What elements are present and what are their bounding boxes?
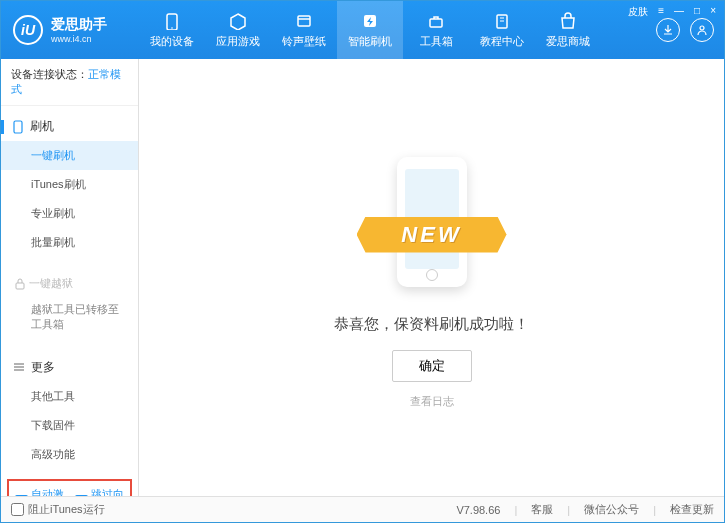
nav-tab-0[interactable]: 我的设备	[139, 1, 205, 59]
phone-icon	[162, 11, 182, 31]
nav-tabs: 我的设备应用游戏铃声壁纸智能刷机工具箱教程中心爱思商城	[139, 1, 656, 59]
download-button[interactable]	[656, 18, 680, 42]
main-content: NEW 恭喜您，保资料刷机成功啦！ 确定 查看日志	[139, 59, 724, 496]
ok-button[interactable]: 确定	[392, 350, 472, 382]
svg-rect-2	[298, 16, 310, 26]
footer: 阻止iTunes运行 V7.98.66 | 客服 | 微信公众号 | 检查更新	[1, 496, 724, 522]
wechat-link[interactable]: 微信公众号	[584, 502, 639, 517]
apps-icon	[228, 11, 248, 31]
window-controls: 皮肤 ≡ — □ ×	[626, 5, 718, 19]
skip-guide-checkbox[interactable]: 跳过向导	[75, 487, 125, 496]
nav-tab-4[interactable]: 工具箱	[403, 1, 469, 59]
user-button[interactable]	[690, 18, 714, 42]
sidebar-more-section: 更多 其他工具下载固件高级功能	[1, 347, 138, 475]
nav-tab-label: 应用游戏	[216, 34, 260, 49]
success-illustration: NEW	[352, 147, 512, 297]
nav-tab-6[interactable]: 爱思商城	[535, 1, 601, 59]
nav-tab-label: 智能刷机	[348, 34, 392, 49]
sidebar-flash-item-0[interactable]: 一键刷机	[1, 141, 138, 170]
sidebar-more-header[interactable]: 更多	[1, 353, 138, 382]
minimize-button[interactable]: —	[672, 5, 686, 19]
connection-status: 设备连接状态：正常模式	[1, 59, 138, 106]
close-button[interactable]: ×	[708, 5, 718, 19]
flash-icon	[360, 11, 380, 31]
sidebar-flash-item-2[interactable]: 专业刷机	[1, 199, 138, 228]
svg-rect-4	[430, 19, 442, 27]
sidebar-more-title: 更多	[31, 359, 55, 376]
menu-icon	[13, 361, 25, 373]
brand-title: 爱思助手	[51, 16, 107, 34]
brand-logo-icon: iU	[13, 15, 43, 45]
lock-icon	[15, 278, 25, 290]
view-log-link[interactable]: 查看日志	[410, 394, 454, 409]
book-icon	[492, 11, 512, 31]
nav-tab-2[interactable]: 铃声壁纸	[271, 1, 337, 59]
app-window: 皮肤 ≡ — □ × iU 爱思助手 www.i4.cn 我的设备应用游戏铃声壁…	[0, 0, 725, 523]
nav-tab-5[interactable]: 教程中心	[469, 1, 535, 59]
maximize-button[interactable]: □	[692, 5, 702, 19]
menu-button[interactable]: ≡	[656, 5, 666, 19]
nav-tab-1[interactable]: 应用游戏	[205, 1, 271, 59]
title-right	[656, 18, 724, 42]
skin-button[interactable]: 皮肤	[626, 5, 650, 19]
sidebar-flash-section: 刷机 一键刷机iTunes刷机专业刷机批量刷机	[1, 106, 138, 263]
new-ribbon: NEW	[357, 217, 507, 253]
auto-activate-checkbox[interactable]: 自动激活	[15, 487, 65, 496]
brand-url: www.i4.cn	[51, 34, 107, 44]
block-itunes-checkbox[interactable]: 阻止iTunes运行	[11, 502, 105, 517]
sidebar-jailbreak-note: 越狱工具已转移至工具箱	[1, 298, 138, 341]
update-link[interactable]: 检查更新	[670, 502, 714, 517]
sidebar-jailbreak-header: 一键越狱	[1, 269, 138, 298]
music-icon	[294, 11, 314, 31]
nav-tab-label: 教程中心	[480, 34, 524, 49]
version-label: V7.98.66	[456, 504, 500, 516]
sidebar-flash-item-3[interactable]: 批量刷机	[1, 228, 138, 257]
svg-rect-7	[14, 121, 22, 133]
nav-tab-label: 工具箱	[420, 34, 453, 49]
toolbox-icon	[426, 11, 446, 31]
sidebar-more-item-1[interactable]: 下载固件	[1, 411, 138, 440]
sidebar: 设备连接状态：正常模式 刷机 一键刷机iTunes刷机专业刷机批量刷机 一键越狱…	[1, 59, 139, 496]
brand: iU 爱思助手 www.i4.cn	[1, 15, 139, 45]
sidebar-flash-item-1[interactable]: iTunes刷机	[1, 170, 138, 199]
nav-tab-label: 铃声壁纸	[282, 34, 326, 49]
sidebar-more-item-2[interactable]: 高级功能	[1, 440, 138, 469]
success-message: 恭喜您，保资料刷机成功啦！	[334, 315, 529, 334]
svg-rect-8	[16, 283, 24, 289]
phone-icon	[12, 120, 24, 134]
sidebar-jailbreak-title: 一键越狱	[29, 276, 73, 291]
store-icon	[558, 11, 578, 31]
nav-tab-label: 我的设备	[150, 34, 194, 49]
svg-point-1	[171, 27, 173, 29]
service-link[interactable]: 客服	[531, 502, 553, 517]
sidebar-flash-title: 刷机	[30, 118, 54, 135]
svg-point-6	[700, 26, 704, 30]
sidebar-more-item-0[interactable]: 其他工具	[1, 382, 138, 411]
titlebar: iU 爱思助手 www.i4.cn 我的设备应用游戏铃声壁纸智能刷机工具箱教程中…	[1, 1, 724, 59]
nav-tab-label: 爱思商城	[546, 34, 590, 49]
sidebar-jailbreak-section: 一键越狱 越狱工具已转移至工具箱	[1, 263, 138, 347]
checkbox-group: 自动激活 跳过向导	[7, 479, 132, 496]
status-label: 设备连接状态：	[11, 68, 88, 80]
sidebar-flash-header[interactable]: 刷机	[1, 112, 138, 141]
nav-tab-3[interactable]: 智能刷机	[337, 1, 403, 59]
body: 设备连接状态：正常模式 刷机 一键刷机iTunes刷机专业刷机批量刷机 一键越狱…	[1, 59, 724, 496]
